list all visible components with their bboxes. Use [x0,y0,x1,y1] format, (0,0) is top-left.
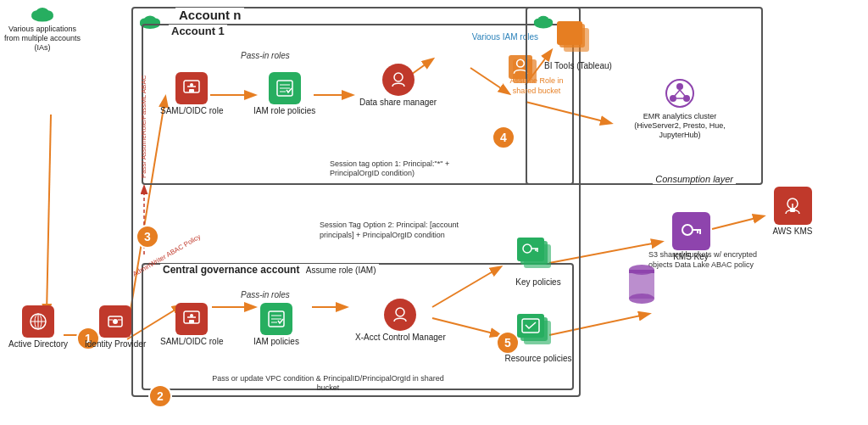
identity-provider-label: Identity Provider [85,339,146,350]
badge-2: 2 [148,384,172,408]
svg-rect-28 [189,89,194,92]
active-directory-label: Active Directory [8,339,68,350]
svg-rect-38 [189,320,194,323]
active-directory-box: Active Directory [8,305,68,350]
resource-policies-icon [517,314,559,352]
kms-key-icon [672,212,710,250]
saml-oidc-2-box: SAML/OIDC role [160,303,223,347]
assume-role-shared-label: Assume Role in shared bucket [503,76,570,96]
svg-point-21 [36,8,48,18]
svg-point-39 [190,314,193,317]
s3-bucket-icon [627,263,657,307]
gov-account-label: Central governance account Assume role (… [160,264,379,276]
session-tag-1-text: Session tag option 1: Principal:"*" + Pr… [330,159,499,179]
badge-3: 3 [136,225,159,249]
consumption-layer-label: Consumption layer [653,174,736,184]
svg-point-35 [517,59,525,67]
cloud-icon-top [29,4,56,23]
identity-provider-box: Identity Provider [85,305,146,350]
step-2-badge: 2 [148,384,172,408]
gov-label-text: Central governance account [163,264,299,276]
iam-role-policies-box: IAM role policies [253,72,315,116]
session-tag-2-text: Session Tag Option 2: Principal: [accoun… [320,221,489,240]
iam-policies-label: IAM policies [253,337,299,347]
saml-oidc-2-label: SAML/OIDC role [160,337,223,347]
identity-provider-icon [99,305,131,338]
x-acct-icon [384,299,416,331]
saml-oidc-2-icon [175,303,208,335]
svg-point-64 [523,244,531,253]
assume-role-iam-label: Assume role (IAM) [306,266,376,275]
account-1-box: Account 1 Pass-in roles Various IAM role… [142,24,574,185]
data-share-manager-1-label: Data share manager [359,98,437,108]
various-apps-label: Various applications from multiple accou… [0,25,85,52]
svg-rect-68 [522,319,539,333]
svg-point-34 [394,73,403,81]
badge-4: 4 [492,126,515,149]
pass-in-roles-2-label: Pass-in roles [241,290,290,299]
pass-update-vpc-text: Pass or update VPC condition & Principal… [201,374,455,394]
active-directory-icon [22,305,54,338]
svg-point-50 [113,319,118,324]
aws-kms-icon [774,187,812,225]
data-share-manager-1-box: Data share manager [359,64,437,108]
svg-line-17 [47,115,51,314]
svg-rect-75 [790,208,795,212]
resource-policies-label: Resource policies [505,354,572,364]
svg-point-29 [190,83,193,87]
data-share-manager-1-icon [382,64,415,96]
bi-tools-label: BI Tools (Tableau) [544,61,612,71]
svg-line-61 [675,90,680,96]
various-apps-box: Various applications from multiple accou… [0,4,85,52]
iam-policies-icon [260,303,292,335]
aws-kms-label: AWS KMS [773,226,813,237]
iam-role-policies-icon [269,72,301,104]
resource-policies-box: Resource policies [504,314,572,364]
emr-analytics-box: EMR analytics cluster (HiveServer2, Pres… [620,76,739,139]
saml-oidc-1-icon [175,72,208,104]
account-n-label: Account n [175,8,244,22]
emr-icon [663,76,697,110]
s3-info-text: S3 shared buckets w/ encrypted objects D… [648,250,759,270]
key-policies-icon [517,238,559,276]
svg-point-69 [682,225,693,235]
key-policies-box: Key policies [504,238,572,288]
svg-point-58 [676,83,683,90]
bi-tools-box: BI Tools (Tableau) [544,21,612,71]
bi-tools-icon [557,21,599,59]
iam-role-policies-label: IAM role policies [253,106,315,116]
step-4-badge: 4 [492,126,515,149]
pass-in-roles-1-label: Pass-in roles [241,51,290,60]
svg-rect-79 [629,270,654,273]
aws-architecture-diagram: { "title": "AWS Architecture Diagram", "… [0,0,868,425]
key-policies-label: Key policies [515,277,560,288]
emr-analytics-label: EMR analytics cluster (HiveServer2, Pres… [620,112,739,139]
x-acct-label: X-Acct Control Manager [355,333,446,343]
aws-kms-box: AWS KMS [754,187,831,237]
iam-policies-box: IAM policies [253,303,299,347]
saml-oidc-1-box: SAML/OIDC role [160,72,223,116]
pass-assume-policy-label: Pass/ AssumeRole/PassML ABAC [140,110,147,178]
account-1-label: Account 1 [169,25,227,37]
svg-line-62 [680,90,685,96]
svg-point-78 [629,294,654,304]
x-acct-box: X-Acct Control Manager [355,299,446,343]
saml-oidc-1-label: SAML/OIDC role [160,106,223,116]
svg-point-44 [396,308,404,316]
step-3-badge: 3 [136,225,159,249]
